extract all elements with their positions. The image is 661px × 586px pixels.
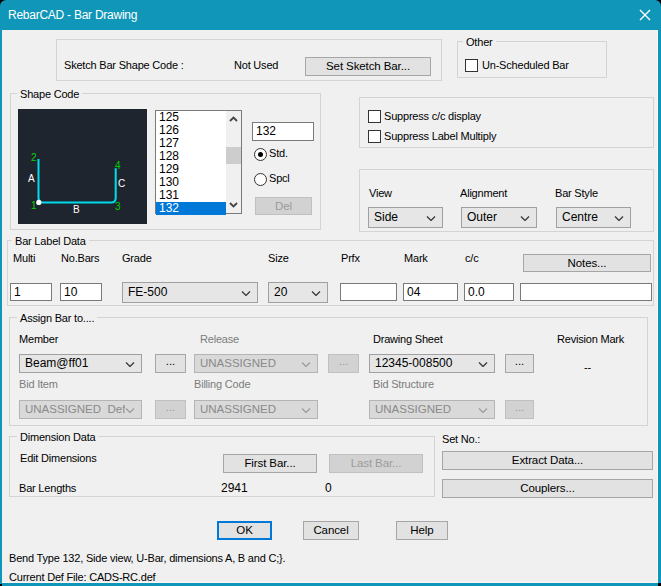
- svg-text:3: 3: [115, 201, 121, 212]
- svg-text:4: 4: [115, 160, 121, 171]
- svg-text:B: B: [73, 204, 80, 215]
- svg-text:1: 1: [31, 200, 37, 211]
- svg-text:A: A: [28, 173, 35, 184]
- svg-text:C: C: [118, 178, 125, 189]
- svg-text:2: 2: [31, 152, 37, 163]
